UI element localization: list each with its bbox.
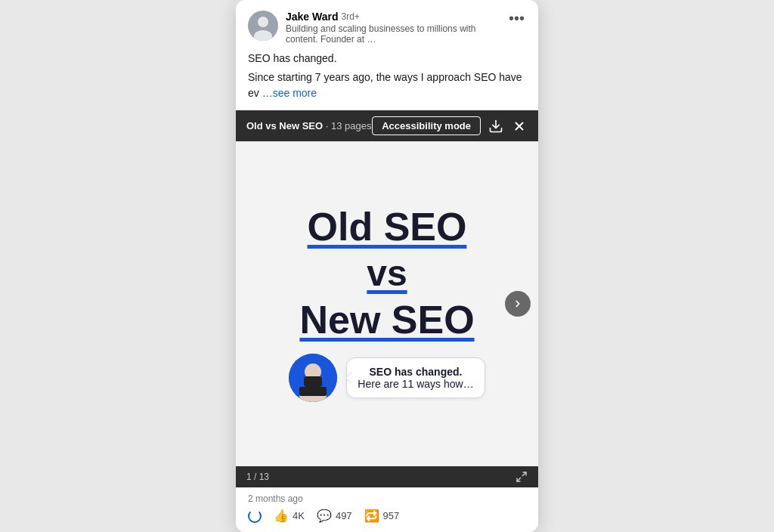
close-button[interactable]	[511, 118, 528, 135]
likes-count: 4K	[293, 510, 305, 521]
post-text: SEO has changed. Since starting 7 years …	[236, 51, 538, 110]
comments-button[interactable]: 💬 497	[317, 509, 352, 523]
page-counter: 1 / 13	[246, 472, 269, 482]
svg-point-1	[258, 17, 268, 27]
slide-container: Old SEO vs New SEO SEO has changed.	[236, 141, 538, 466]
post-text-line-1: SEO has changed.	[248, 51, 526, 66]
reposts-count: 957	[383, 510, 400, 521]
slide-title-new-seo: New SEO	[251, 298, 523, 342]
see-more-link[interactable]: …see more	[262, 87, 317, 99]
more-options-button[interactable]: •••	[507, 11, 526, 26]
download-button[interactable]	[487, 117, 505, 135]
slide-vs: vs	[251, 252, 523, 295]
document-controls: Accessibility mode	[372, 116, 528, 135]
author-info: Jake Ward 3rd+ Building and scaling busi…	[286, 11, 507, 45]
author-name: Jake Ward 3rd+	[286, 11, 507, 23]
loading-reaction[interactable]	[248, 509, 262, 523]
accessibility-mode-button[interactable]: Accessibility mode	[372, 116, 481, 135]
avatar	[248, 11, 278, 41]
slide-bottom-bar: 1 / 13	[236, 466, 538, 487]
author-tagline: Building and scaling businesses to milli…	[286, 23, 507, 45]
svg-line-12	[517, 478, 521, 481]
like-icon: 👍	[274, 509, 289, 523]
bubble-bold-text: SEO has changed.	[370, 366, 463, 378]
likes-button[interactable]: 👍 4K	[274, 509, 305, 523]
speech-bubble-area: SEO has changed. Here are 11 ways how…	[251, 354, 523, 402]
linkedin-post-card: Jake Ward 3rd+ Building and scaling busi…	[236, 0, 538, 532]
reactions-bar: 👍 4K 💬 497 🔁 957	[248, 509, 526, 523]
post-header: Jake Ward 3rd+ Building and scaling busi…	[236, 0, 538, 51]
reposts-button[interactable]: 🔁 957	[364, 509, 400, 523]
bubble-avatar	[289, 354, 337, 402]
loading-icon	[248, 509, 262, 523]
comments-count: 497	[336, 510, 352, 521]
next-slide-button[interactable]	[505, 291, 531, 317]
repost-icon: 🔁	[364, 509, 379, 523]
fullscreen-button[interactable]	[515, 471, 528, 483]
svg-line-11	[522, 472, 526, 476]
post-text-line-2: Since starting 7 years ago, the ways I a…	[248, 70, 526, 101]
svg-rect-10	[299, 387, 327, 396]
document-bar: Old vs New SEO · 13 pages Accessibility …	[236, 110, 538, 141]
author-degree: 3rd+	[342, 11, 360, 22]
slide-content: Old SEO vs New SEO SEO has changed.	[251, 206, 523, 402]
comment-icon: 💬	[317, 509, 332, 523]
document-title: Old vs New SEO · 13 pages	[246, 120, 372, 131]
slide-title-old-seo: Old SEO	[251, 206, 523, 249]
bubble-regular-text: Here are 11 ways how…	[358, 378, 473, 390]
post-footer: 2 months ago 👍 4K 💬 497 🔁 957	[236, 487, 538, 532]
post-timestamp: 2 months ago	[248, 493, 526, 504]
speech-bubble: SEO has changed. Here are 11 ways how…	[346, 357, 485, 398]
svg-rect-9	[304, 376, 322, 387]
author-section: Jake Ward 3rd+ Building and scaling busi…	[248, 11, 507, 45]
